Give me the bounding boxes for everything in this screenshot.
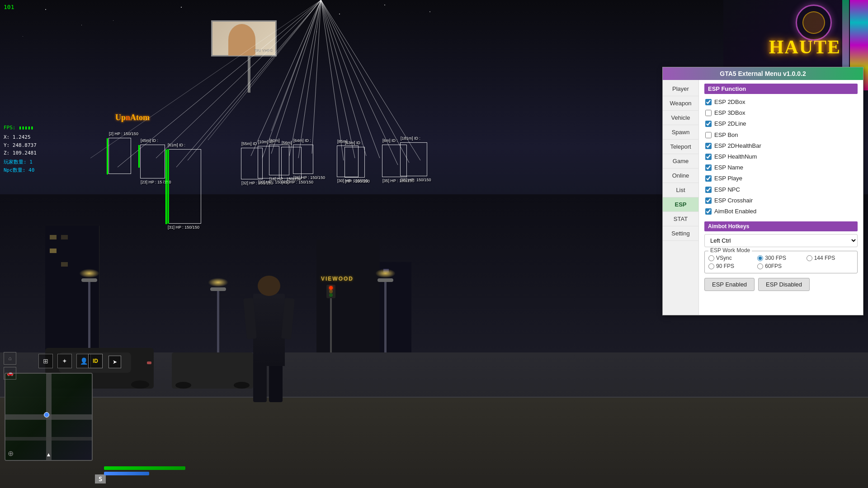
check-esp-healthnum: ESP HealthNum xyxy=(704,151,858,162)
sidebar-item-list[interactable]: List xyxy=(663,183,698,197)
building-3: VIEWOOD xyxy=(316,239,380,352)
checkbox-esp-2dbox[interactable] xyxy=(705,99,712,105)
sidebar-item-stat[interactable]: STAT xyxy=(663,212,698,226)
check-esp-2dline: ESP 2DLine xyxy=(704,118,858,129)
esp-box-3: [61m] ID : [31] HP : 150/150 xyxy=(167,149,201,224)
esp-disabled-button[interactable]: ESP Disabled xyxy=(758,278,810,291)
icon-map: ⊞ xyxy=(38,354,53,368)
menu-main-content: ESP Function ESP 2DBox ESP 3DBox ESP 2DL… xyxy=(699,80,863,315)
checkbox-esp-crosshair[interactable] xyxy=(705,197,712,204)
icon-car-small: 🚗 xyxy=(4,367,16,380)
radio-input-144fps[interactable] xyxy=(807,255,812,261)
building-1 xyxy=(45,226,99,352)
radio-group-fps: VSync 300 FPS 144 FPS 90 FPS xyxy=(708,255,854,269)
checkbox-esp-healthnum[interactable] xyxy=(705,154,712,160)
esp-box-2: [45m] ID : [23] HP : 15 /150 xyxy=(140,145,165,178)
arrow-icon: ➤ xyxy=(108,356,121,368)
svg-line-7 xyxy=(289,0,321,156)
esp-box-10: [53m] ID : [HP : 150/150 xyxy=(344,147,365,178)
level-badge: lD xyxy=(88,354,103,368)
sidebar-item-esp[interactable]: ESP xyxy=(663,197,698,212)
menu-title: GTA5 External Menu v1.0.0.2 xyxy=(663,67,863,80)
haute-neon: HAUTE xyxy=(769,36,841,58)
healthbar-green xyxy=(167,149,169,224)
icon-star: ✦ xyxy=(57,354,72,368)
npc-count: Npc数量: 40 xyxy=(4,166,34,174)
esp-box-12: [181m] ID : [35] HP: 150/150 xyxy=(400,142,427,176)
sidebar-item-game[interactable]: Game xyxy=(663,154,698,169)
health-bar xyxy=(104,466,185,470)
esp-work-mode-group: ESP Work Mode VSync 300 FPS 144 FPS xyxy=(704,251,858,273)
svg-line-11 xyxy=(321,0,355,158)
x-coord: X: 1.2425 xyxy=(4,133,37,141)
checkbox-esp-bon[interactable] xyxy=(705,132,712,138)
hud-coords: X: 1.2425 Y: 248.8737 Z: 109.2481 xyxy=(4,133,37,157)
minimap: ▲ ⊕ xyxy=(5,373,93,461)
sidebar-item-setting[interactable]: Setting xyxy=(663,226,698,241)
esp-function-header: ESP Function xyxy=(704,84,858,94)
check-esp-crosshair: ESP Crosshair xyxy=(704,195,858,206)
hud-health-armor xyxy=(104,466,163,475)
checkbox-aimbot-enabled[interactable] xyxy=(705,208,712,215)
svg-line-8 xyxy=(298,0,321,158)
score-display: 101 xyxy=(4,4,14,10)
radio-144fps: 144 FPS xyxy=(807,255,854,261)
z-coord: Z: 109.2481 xyxy=(4,149,37,157)
checkbox-esp-playe[interactable] xyxy=(705,175,712,182)
streetlight-3 xyxy=(384,280,387,352)
esp-box-1: [2] HP : 150/150 xyxy=(108,138,131,174)
checkbox-esp-3dbox[interactable] xyxy=(705,110,712,116)
billboard-support xyxy=(248,56,250,93)
sidebar-item-player[interactable]: Player xyxy=(663,82,698,96)
check-aimbot-enabled: AimBot Enabled xyxy=(704,206,858,217)
check-esp-2dbox: ESP 2DBox xyxy=(704,97,858,108)
sidebar-item-spawn[interactable]: Spawn xyxy=(663,125,698,140)
esp-box-8: [64m] ID : [36] HP : 150/150 xyxy=(293,145,313,174)
cheat-menu: GTA5 External Menu v1.0.0.2 Player Weapo… xyxy=(662,67,863,315)
traffic-light-pole xyxy=(330,298,332,352)
check-esp-npc: ESP NPC xyxy=(704,184,858,195)
radio-300fps: 300 FPS xyxy=(757,255,804,261)
svg-line-12 xyxy=(321,0,366,156)
aimbot-hotkey-dropdown[interactable]: Left Ctrl Right Ctrl Left Alt Right Alt … xyxy=(704,234,858,247)
svg-line-13 xyxy=(321,0,380,158)
y-coord: Y: 248.8737 xyxy=(4,141,37,150)
radio-90fps: 90 FPS xyxy=(708,263,755,269)
player-character xyxy=(253,294,285,402)
esp-enabled-button[interactable]: ESP Enabled xyxy=(704,278,755,291)
icon-home: ⌂ xyxy=(4,352,16,365)
radio-vsync: VSync xyxy=(708,255,755,261)
esp-toggle-buttons: ESP Enabled ESP Disabled xyxy=(704,278,858,291)
hud-action-icons: ⊞ ✦ 👤 xyxy=(38,354,91,368)
checkbox-esp-2dline[interactable] xyxy=(705,121,712,127)
radio-input-vsync[interactable] xyxy=(708,255,714,261)
esp-work-mode-legend: ESP Work Mode xyxy=(708,247,752,253)
checkbox-esp-name[interactable] xyxy=(705,164,712,171)
check-esp-3dbox: ESP 3DBox xyxy=(704,108,858,118)
radio-input-300fps[interactable] xyxy=(757,255,763,261)
svg-line-9 xyxy=(312,0,321,154)
streetlight-1 xyxy=(88,280,90,352)
sidebar-item-vehicle[interactable]: Vehicle xyxy=(663,111,698,125)
radio-input-90fps[interactable] xyxy=(708,263,714,269)
radio-60fps: 60FPS xyxy=(757,263,804,269)
rank-badge-s: S xyxy=(95,474,106,483)
checkbox-esp-npc[interactable] xyxy=(705,187,712,193)
check-esp-bon: ESP Bon xyxy=(704,130,858,141)
hud-player-info: 玩家数量: 1 Npc数量: 40 xyxy=(4,158,34,174)
hud-top-left: 101 xyxy=(4,4,14,10)
menu-sidebar: Player Weapon Vehicle Spawn Teleport Gam… xyxy=(663,80,699,315)
radio-input-60fps[interactable] xyxy=(757,263,763,269)
upatom-sign: UpnAtom xyxy=(115,113,150,122)
player-count: 玩家数量: 1 xyxy=(4,158,34,166)
hud-fps: FPS: ▮▮▮▮▮ xyxy=(4,124,33,132)
menu-body: Player Weapon Vehicle Spawn Teleport Gam… xyxy=(663,80,863,315)
sidebar-item-teleport[interactable]: Teleport xyxy=(663,140,698,154)
checkbox-esp-2dhealthbar[interactable] xyxy=(705,143,712,149)
check-esp-playe: ESP Playe xyxy=(704,173,858,184)
sidebar-item-online[interactable]: Online xyxy=(663,169,698,183)
billboard: TIM YHF© xyxy=(211,20,277,56)
sidebar-item-weapon[interactable]: Weapon xyxy=(663,96,698,111)
svg-line-6 xyxy=(271,0,321,154)
svg-line-10 xyxy=(321,0,344,160)
